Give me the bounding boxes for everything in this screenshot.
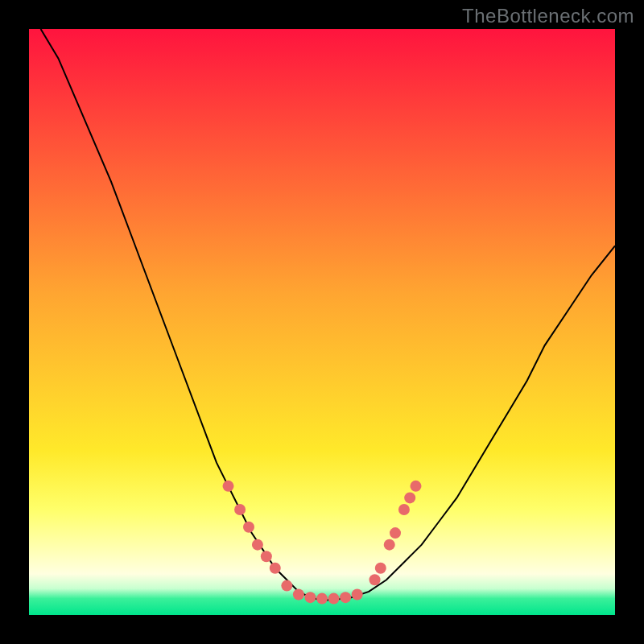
gradient-background (29, 29, 615, 615)
curve-marker (340, 592, 351, 603)
curve-marker (390, 527, 401, 539)
curve-marker (223, 481, 234, 492)
curve-marker (234, 504, 246, 515)
curve-marker (252, 539, 263, 551)
chart-frame: TheBottleneck.com (0, 0, 644, 644)
curve-marker (404, 492, 415, 503)
curve-marker (281, 580, 292, 592)
curve-marker (352, 589, 363, 601)
chart-svg (29, 29, 615, 615)
curve-marker (261, 551, 272, 562)
curve-marker (304, 592, 316, 603)
curve-marker (293, 589, 304, 601)
curve-marker (410, 481, 421, 492)
curve-marker (328, 593, 340, 605)
watermark-text: TheBottleneck.com (462, 5, 634, 27)
curve-marker (369, 574, 381, 585)
curve-marker (384, 539, 395, 551)
curve-marker (316, 593, 328, 605)
curve-marker (270, 563, 281, 574)
curve-marker (243, 522, 254, 533)
curve-marker (375, 563, 386, 574)
plot-area (29, 29, 615, 615)
curve-marker (398, 504, 410, 515)
